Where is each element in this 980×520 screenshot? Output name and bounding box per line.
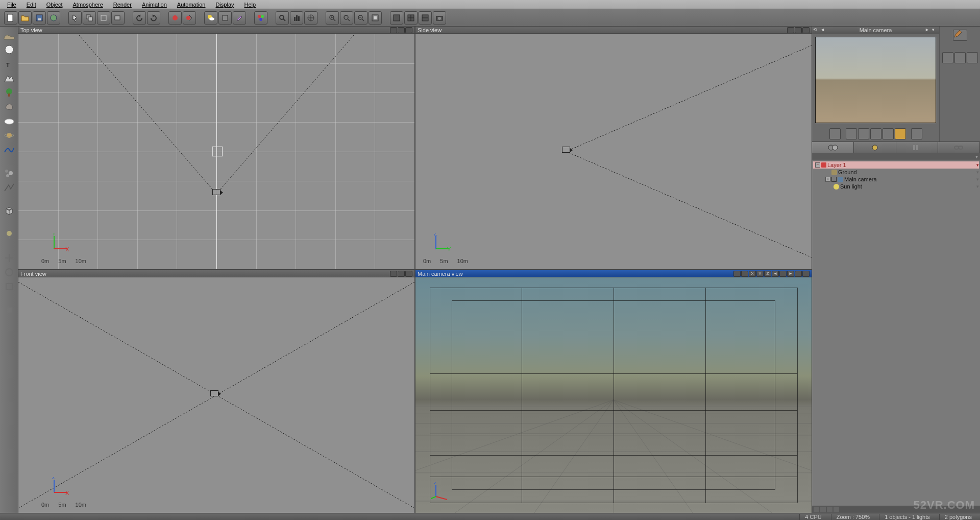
vp-ctrl[interactable] (795, 271, 802, 277)
layer-menu-icon[interactable]: ▾ (976, 162, 979, 168)
vp-ctrl[interactable] (390, 271, 397, 277)
vp-ctrl[interactable] (741, 271, 748, 277)
menu-help[interactable]: Help (239, 1, 261, 8)
text-tool[interactable]: T (2, 57, 16, 70)
preview-settings-icon[interactable] (911, 128, 922, 139)
tab-libraries[interactable] (896, 142, 938, 153)
vp-ctrl[interactable] (733, 271, 741, 277)
vp-ctrl[interactable] (398, 27, 405, 33)
preview-fit-icon[interactable] (858, 128, 869, 139)
paint-button[interactable] (233, 11, 246, 25)
paste-button[interactable] (111, 11, 125, 25)
viewport-top[interactable]: Top view YX 0m5m10m (18, 27, 414, 269)
tree-menu-icon[interactable]: ▾ (975, 154, 978, 159)
layout-3-button[interactable] (419, 11, 432, 25)
tab-materials[interactable] (854, 142, 896, 153)
copy-button[interactable] (83, 11, 96, 25)
misc-tool[interactable] (2, 303, 16, 317)
prop-tool-1[interactable] (942, 52, 953, 63)
light-tool[interactable] (2, 228, 16, 241)
viewport-front[interactable]: Front view ZX 0m5m10m (18, 270, 414, 513)
vp-ctrl[interactable] (802, 27, 810, 33)
terrain-tool[interactable] (2, 29, 16, 42)
item-menu-icon[interactable]: ▾ (976, 177, 979, 182)
preview-menu-icon[interactable]: ▾ (932, 27, 938, 33)
move-tool[interactable] (2, 251, 16, 265)
preview-play-icon[interactable] (883, 128, 894, 139)
orbit-button[interactable] (304, 11, 317, 25)
filter-icon[interactable] (814, 507, 819, 512)
preview-nav-icon[interactable]: ⟲ (813, 27, 819, 33)
prop-tool-2[interactable] (954, 52, 966, 63)
preview-refresh-icon[interactable] (870, 128, 881, 139)
menu-edit[interactable]: Edit (21, 1, 41, 8)
render-region-button[interactable] (183, 11, 196, 25)
item-menu-icon[interactable]: ▾ (976, 170, 979, 175)
viewport-camera[interactable]: Main camera view XYZ ◄► (415, 270, 812, 513)
vp-ctrl[interactable] (390, 27, 397, 33)
menu-file[interactable]: File (2, 1, 21, 8)
vp-ctrl[interactable] (795, 27, 802, 33)
preview-hand-icon[interactable] (829, 128, 841, 139)
cube-tool[interactable] (2, 204, 16, 218)
zoom-out-button[interactable] (354, 11, 368, 25)
tab-objects[interactable] (812, 142, 854, 153)
tree-tool[interactable] (2, 86, 16, 99)
filter-icon[interactable] (834, 507, 839, 512)
item-menu-icon[interactable]: ▾ (976, 184, 979, 189)
preview-next-icon[interactable]: ► (925, 27, 931, 33)
preview-prev-icon[interactable]: ◄ (820, 27, 826, 33)
color-button[interactable] (254, 11, 267, 25)
menu-display[interactable]: Display (210, 1, 239, 8)
pan-button[interactable] (290, 11, 303, 25)
vp-ctrl[interactable]: Z (764, 271, 771, 277)
tree-item-camera[interactable]: + Main camera ▾ (813, 176, 979, 183)
selection-tool[interactable] (68, 11, 82, 25)
render-button[interactable] (168, 11, 182, 25)
menu-animation[interactable]: Animation (137, 1, 172, 8)
tree-layer[interactable]: − Layer 1 ▾ (813, 161, 979, 169)
menu-render[interactable]: Render (108, 1, 137, 8)
atmosphere-button[interactable] (204, 11, 217, 25)
wind-tool[interactable] (2, 181, 16, 194)
menu-automation[interactable]: Automation (172, 1, 211, 8)
sphere-tool[interactable] (2, 43, 16, 56)
scale-tool[interactable] (2, 280, 16, 293)
cloud-tool[interactable] (2, 114, 16, 128)
layout-2-button[interactable] (404, 11, 418, 25)
globe-button[interactable] (47, 11, 60, 25)
tree-expand-icon[interactable]: + (825, 177, 830, 182)
zoom-in-button[interactable] (326, 11, 339, 25)
vp-ctrl[interactable] (779, 271, 787, 277)
prop-tool-3[interactable] (967, 52, 978, 63)
vp-ctrl[interactable] (405, 27, 412, 33)
menu-object[interactable]: Object (41, 1, 68, 8)
zoom-button[interactable] (340, 11, 353, 25)
camera-button[interactable] (433, 11, 446, 25)
rotate-tool[interactable] (2, 266, 16, 279)
vp-ctrl[interactable]: Y (756, 271, 764, 277)
vp-ctrl[interactable]: ◄ (772, 271, 779, 277)
rock-tool[interactable] (2, 100, 16, 113)
viewport-side[interactable]: Side view ZY 0m5m10m (415, 27, 812, 269)
tree-item-ground[interactable]: Ground ▾ (813, 169, 979, 176)
edit-icon[interactable] (953, 30, 967, 41)
vp-ctrl[interactable] (405, 271, 412, 277)
frame-selection-button[interactable] (369, 11, 382, 25)
tree-item-sunlight[interactable]: Sun light ▾ (813, 183, 979, 190)
undo-button[interactable] (133, 11, 146, 25)
cut-button[interactable] (97, 11, 110, 25)
new-file-button[interactable] (4, 11, 17, 25)
open-file-button[interactable] (18, 11, 32, 25)
filter-icon[interactable] (820, 507, 826, 512)
checkbox-icon[interactable] (831, 177, 837, 182)
save-file-button[interactable] (33, 11, 46, 25)
vp-ctrl[interactable]: X (749, 271, 756, 277)
layout-1-button[interactable] (390, 11, 403, 25)
tree-collapse-icon[interactable]: − (815, 162, 820, 168)
preview-grid-icon[interactable] (846, 128, 857, 139)
filter-icon[interactable] (827, 507, 832, 512)
vp-ctrl[interactable] (398, 271, 405, 277)
materials-button[interactable] (218, 11, 232, 25)
menu-atmosphere[interactable]: Atmosphere (68, 1, 108, 8)
